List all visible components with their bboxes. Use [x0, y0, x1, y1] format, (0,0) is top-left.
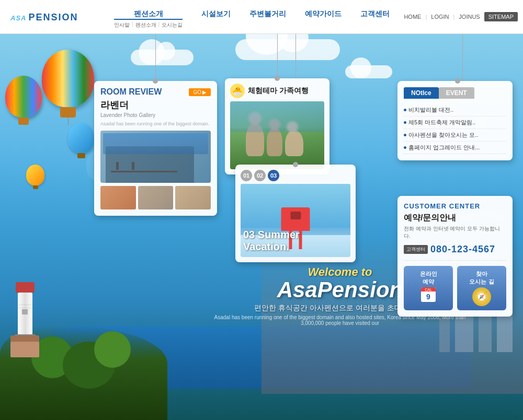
chick-icon: 🐣	[230, 84, 245, 98]
balloon-large	[42, 50, 94, 112]
balloon-small	[68, 123, 94, 157]
notice-event-card: NOtIce EVENT 비치발리볼 대전.. 제5회 마드축제 개막알림.. …	[397, 81, 513, 160]
site-logo[interactable]: ASA PENSION	[10, 10, 78, 24]
thumb-3[interactable]	[175, 186, 211, 209]
notice-bullet	[404, 109, 406, 111]
notice-tab-event[interactable]: EVENT	[439, 87, 474, 99]
vacation-num-1[interactable]: 01	[241, 170, 252, 181]
notice-list: 비치발리볼 대전.. 제5회 마드축제 개막알림.. 아사펜션을 찾아오시는 모…	[404, 104, 506, 154]
vacation-pagination: 01 02 03	[241, 170, 350, 181]
room-review-main-image	[100, 131, 211, 183]
room-review-desc: Asadal has been running one of the bigge…	[100, 121, 211, 126]
customer-center-kr-title: 예약/문의안내	[404, 213, 506, 224]
top-right-navigation: HOME | LOGIN | JOINUS SITEMAP	[404, 12, 523, 21]
vacation-num-3[interactable]: 03	[268, 170, 279, 181]
tower-top	[281, 207, 310, 231]
nav-item-reservation[interactable]: 예약가이드	[295, 9, 351, 19]
home-link[interactable]: HOME	[404, 14, 421, 20]
nav-label-pension-intro: 펜션소개	[114, 9, 183, 20]
vacation-card: 01 02 03 03 SummerVacation.	[235, 165, 356, 262]
cloud-2	[345, 65, 392, 78]
room-review-thumbs	[100, 186, 211, 209]
nav-sub-intro-2[interactable]: 펜션소개	[135, 21, 156, 29]
nav-sub-intro-3[interactable]: 오시는길	[162, 21, 183, 29]
phone-label: 고객센터	[404, 245, 428, 254]
header: ASA PENSION 펜션소개 인사말 | 펜션소개 | 오시는길 시설보기 …	[0, 0, 523, 34]
notice-bullet	[404, 134, 406, 136]
find-btn-label: 찾아오시는 길	[460, 270, 504, 286]
thumb-1[interactable]	[100, 186, 136, 209]
card-pin-4	[455, 78, 460, 84]
notice-item-1[interactable]: 비치발리볼 대전..	[404, 104, 506, 116]
card-string-4	[462, 34, 463, 81]
tower-window	[290, 212, 301, 219]
room-review-label: ROOM REVIEW	[100, 87, 162, 97]
lighthouse-top	[16, 282, 35, 293]
main-content: G G G	[0, 34, 523, 420]
customer-action-buttons: 온라인예약 CAL 9 찾아오시는 길 🧭	[404, 266, 506, 310]
nav-item-customer[interactable]: 고객센터	[351, 9, 399, 19]
nav-label-reservation: 예약가이드	[305, 9, 342, 19]
balloon-far	[26, 165, 44, 188]
balloons-area	[0, 34, 105, 253]
notice-item-4[interactable]: 홈페이지 업그레이드 안내...	[404, 142, 506, 154]
customer-center-desc: 전화 예약과 인터넷 예약이 모두 가능합니다.	[404, 225, 506, 240]
logo-area: ASA PENSION	[0, 10, 105, 24]
sitemap-button[interactable]: SITEMAP	[484, 12, 518, 21]
customer-center-card: CUSTOMER CENTER 예약/문의안내 전화 예약과 인터넷 예약이 모…	[397, 196, 513, 317]
notice-tabs: NOtIce EVENT	[404, 87, 506, 99]
notice-item-2[interactable]: 제5회 마드축제 개막알림..	[404, 116, 506, 129]
phone-number: 080-123-4567	[430, 244, 495, 255]
balloon-medium	[5, 76, 42, 123]
family-card-title: 체험테마 가족여행	[248, 86, 309, 96]
card-pin-3	[293, 162, 298, 167]
notice-bullet	[404, 146, 406, 149]
room-review-go-button[interactable]: GO ▶	[189, 88, 211, 96]
family-card-image	[230, 101, 324, 169]
notice-tab-notice[interactable]: NOtIce	[404, 87, 439, 99]
customer-phone-row: 고객센터 080-123-4567	[404, 244, 506, 261]
online-btn-label: 온라인예약	[406, 270, 450, 286]
main-navigation: 펜션소개 인사말 | 펜션소개 | 오시는길 시설보기 주변볼거리 예약가이드 …	[105, 5, 404, 29]
card-pin-2	[275, 76, 280, 81]
cloud-3	[235, 39, 340, 60]
card-string-2	[277, 34, 278, 78]
nav-label-facilities: 시설보기	[201, 9, 231, 19]
room-review-title: 라벤더	[100, 99, 211, 111]
room-review-subtitle: Lavender Photo Gallery	[100, 112, 211, 118]
lighthouse-house	[10, 342, 39, 357]
nav-label-customer: 고객센터	[360, 9, 390, 19]
room-review-header: ROOM REVIEW GO ▶	[100, 87, 211, 97]
room-review-card: ROOM REVIEW GO ▶ 라벤더 Lavender Photo Gall…	[94, 81, 217, 216]
lighthouse	[10, 282, 39, 357]
lighthouse-body	[18, 293, 32, 334]
summer-vacation-text: 03 SummerVacation.	[243, 229, 300, 253]
nav-item-pension-intro[interactable]: 펜션소개 인사말 | 펜션소개 | 오시는길	[105, 9, 192, 29]
vacation-num-2[interactable]: 02	[254, 170, 266, 181]
nav-sub-pension-intro: 인사말 | 펜션소개 | 오시는길	[114, 21, 183, 29]
notice-item-3[interactable]: 아사펜션을 찾아오시는 모..	[404, 129, 506, 142]
vacation-card-image: 03 SummerVacation.	[241, 184, 350, 257]
card-string-1	[155, 34, 156, 81]
calendar-icon: CAL 9	[421, 287, 436, 302]
family-trip-card: 🐣 체험테마 가족여행	[225, 78, 329, 174]
online-reservation-button[interactable]: 온라인예약 CAL 9	[404, 266, 453, 310]
thumb-2[interactable]	[138, 186, 174, 209]
family-card-header: 🐣 체험테마 가족여행	[230, 84, 324, 98]
nav-item-surroundings[interactable]: 주변볼거리	[240, 9, 295, 19]
card-pin-1	[153, 78, 158, 84]
find-directions-button[interactable]: 찾아오시는 길 🧭	[457, 266, 506, 310]
compass-icon: 🧭	[472, 287, 491, 306]
nav-label-surroundings: 주변볼거리	[249, 9, 286, 19]
joinus-link[interactable]: JOINUS	[459, 14, 480, 20]
nav-sub-intro-1[interactable]: 인사말	[114, 21, 130, 29]
notice-bullet	[404, 121, 406, 124]
login-link[interactable]: LOGIN	[431, 14, 449, 20]
cloud-1	[131, 50, 194, 65]
nav-item-facilities[interactable]: 시설보기	[192, 9, 240, 19]
customer-center-title: CUSTOMER CENTER	[404, 202, 506, 210]
